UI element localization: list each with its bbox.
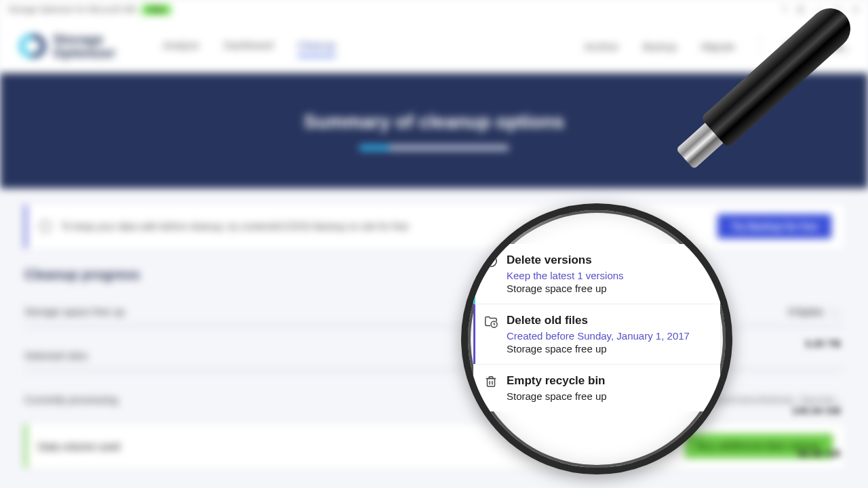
hero-title: Summary of cleanup options — [304, 111, 564, 133]
svg-point-0 — [486, 256, 497, 267]
info-icon — [39, 220, 52, 232]
logo: Storage Optimizer — [19, 33, 115, 60]
right-volume-value: 58.06 GB — [797, 447, 841, 459]
try-backup-button[interactable]: Try Backup for free — [717, 214, 831, 239]
nav-divider — [760, 35, 760, 57]
logo-text-line1: Storage — [53, 33, 115, 46]
delete-old-files-title: Delete old files — [507, 314, 711, 327]
wizard-progress — [359, 145, 509, 150]
free-badge: FREE — [142, 5, 171, 15]
delete-versions-subtitle: Keep the latest 1 versions — [507, 270, 711, 281]
data-volume-label: Data volume used — [38, 441, 120, 452]
clock-icon — [484, 253, 498, 268]
space-freeup-value: 0 bytes — [789, 306, 824, 317]
empty-recycle-title: Empty recycle bin — [507, 374, 711, 388]
svg-rect-2 — [488, 378, 495, 386]
help-icon[interactable]: ? — [781, 4, 787, 15]
selected-sites-value: 3.25 TB — [805, 338, 841, 349]
delete-versions-title: Delete versions — [507, 253, 711, 267]
processing-label: Currently processing — [24, 394, 118, 405]
option-empty-recycle-bin[interactable]: Empty recycle bin Storage space free up — [473, 364, 720, 411]
header: Storage Optimizer Analyze Dashboard Clea… — [0, 19, 868, 73]
logo-text-line2: Optimizer — [53, 46, 115, 60]
nav-cleanup[interactable]: Cleanup — [298, 35, 336, 57]
option-delete-old-files[interactable]: Delete old files Created before Sunday, … — [473, 304, 720, 364]
logo-icon — [19, 33, 46, 60]
nav-migrate[interactable]: Migrate — [701, 37, 735, 56]
gear-icon[interactable]: ⚙ — [796, 4, 805, 15]
trash-icon — [484, 374, 498, 389]
nav-archive[interactable]: Archive — [585, 37, 618, 56]
title-bar: Storage Optimizer for Microsoft 365 FREE… — [0, 0, 868, 19]
nav-dashboard[interactable]: Dashboard — [224, 35, 273, 57]
app-name: Storage Optimizer for Microsoft 365 — [8, 5, 136, 14]
magnifier: Delete versions Keep the latest 1 versio… — [461, 203, 732, 474]
delete-old-files-subtitle: Created before Sunday, January 1, 2017 — [507, 330, 711, 342]
delete-old-files-freeup: Storage space free up — [507, 343, 711, 354]
magnifier-lens: Delete versions Keep the latest 1 versio… — [461, 203, 732, 474]
selected-sites-label: Selected sites — [24, 350, 87, 361]
delete-versions-freeup: Storage space free up — [507, 283, 711, 294]
nav-backup[interactable]: Backup — [643, 37, 677, 56]
nav-analyze[interactable]: Analyze — [163, 35, 199, 57]
option-delete-versions[interactable]: Delete versions Keep the latest 1 versio… — [473, 244, 720, 304]
space-freeup-label: Storage space free up — [24, 306, 125, 317]
close-icon[interactable]: ✕ — [852, 4, 860, 15]
empty-recycle-freeup: Storage space free up — [507, 390, 711, 402]
notice-text: To keep your data safe before cleanup, t… — [61, 221, 409, 232]
processing-value: 140.54 GB — [791, 405, 841, 416]
folder-clock-icon — [484, 314, 498, 329]
